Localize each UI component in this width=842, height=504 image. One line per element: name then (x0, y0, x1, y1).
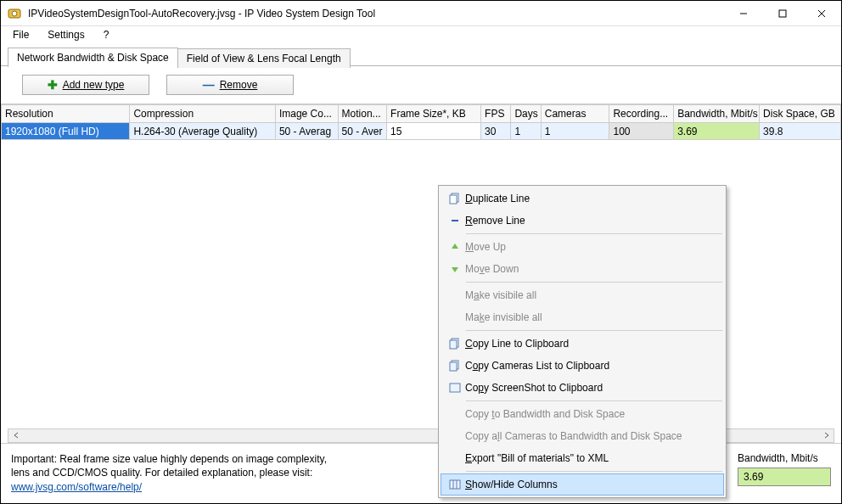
cell-compression[interactable]: H.264-30 (Average Quality) (130, 123, 276, 140)
ctx-make-visible-all[interactable]: Make visibile all (441, 284, 724, 306)
copy-icon (445, 360, 465, 372)
arrow-down-icon (445, 264, 465, 274)
menu-file[interactable]: File (4, 27, 37, 42)
ctx-move-up[interactable]: Move Up (441, 236, 724, 258)
col-diskspace[interactable]: Disk Space, GB (760, 105, 841, 123)
tab-strip: Network Bandwidth & Disk Space Field of … (1, 45, 841, 66)
svg-rect-12 (450, 340, 457, 349)
col-bandwidth[interactable]: Bandwidth, Mbit/s (674, 105, 760, 123)
duplicate-icon (445, 193, 465, 204)
menu-help[interactable]: ? (95, 27, 118, 42)
cell-resolution[interactable]: 1920x1080 (Full HD) (2, 123, 130, 140)
col-cameras[interactable]: Cameras (541, 105, 609, 123)
menu-bar: File Settings ? (1, 26, 841, 43)
cell-motion[interactable]: 50 - Aver (338, 123, 387, 140)
cell-framesize[interactable]: 15 (387, 123, 481, 140)
col-imageco[interactable]: Image Co... (275, 105, 338, 123)
context-menu: Duplicate Line Remove Line Move Up Move … (438, 185, 727, 498)
toolbar: ✚ Add new type — Remove (1, 66, 841, 104)
add-new-type-button[interactable]: ✚ Add new type (22, 75, 149, 95)
cell-recording[interactable]: 100 (609, 123, 674, 140)
svg-rect-15 (450, 384, 460, 392)
scroll-right-button[interactable] (819, 429, 834, 442)
tab-fov[interactable]: Field of View & Lens Focal Length (177, 48, 351, 68)
copy-icon (445, 338, 465, 350)
col-framesize[interactable]: Frame Size*, KB (387, 105, 481, 123)
ctx-copy-to-bw[interactable]: Copy to Bandwidth and Disk Space (441, 403, 724, 425)
ctx-make-invisible-all[interactable]: Make invisible all (441, 306, 724, 328)
remove-button[interactable]: — Remove (166, 75, 294, 95)
minus-icon (445, 216, 465, 226)
ctx-copy-line[interactable]: Copy Line to Clipboard (441, 333, 724, 355)
ctx-move-down[interactable]: Move Down (441, 258, 724, 280)
svg-rect-16 (450, 480, 460, 489)
cell-imageco[interactable]: 50 - Averag (275, 123, 338, 140)
columns-icon (445, 479, 465, 490)
app-icon (8, 7, 21, 20)
arrow-up-icon (445, 242, 465, 252)
scroll-left-button[interactable] (8, 429, 23, 442)
cell-days[interactable]: 1 (511, 123, 541, 140)
cell-cameras[interactable]: 1 (541, 123, 609, 140)
cell-diskspace[interactable]: 39.8 (760, 123, 841, 140)
ctx-export-bom[interactable]: Export "Bill of materials" to XML (441, 447, 724, 469)
ctx-remove-line[interactable]: Remove Line (441, 210, 724, 232)
bandwidth-readout: Bandwidth, Mbit/s 3.69 (738, 452, 831, 486)
col-recording[interactable]: Recording... (609, 105, 674, 123)
cell-fps[interactable]: 30 (481, 123, 511, 140)
readout-value: 3.69 (738, 468, 831, 486)
svg-point-1 (12, 11, 17, 16)
svg-rect-7 (450, 195, 457, 204)
ctx-copy-screenshot[interactable]: Copy ScreenShot to Clipboard (441, 377, 724, 399)
svg-marker-9 (452, 244, 458, 249)
svg-marker-10 (452, 267, 458, 272)
window-title: IPVideoSystemDesignTool-AutoRecovery.jvs… (28, 8, 724, 20)
menu-settings[interactable]: Settings (39, 27, 93, 42)
ctx-copy-all-to-bw[interactable]: Copy all Cameras to Bandwidth and Disk S… (441, 425, 724, 447)
readout-label: Bandwidth, Mbit/s (738, 452, 831, 464)
table-header-row: Resolution Compression Image Co... Motio… (2, 105, 841, 123)
col-fps[interactable]: FPS (481, 105, 511, 123)
plus-icon: ✚ (48, 78, 58, 92)
ctx-show-hide-columns[interactable]: Show/Hide Columns (441, 473, 724, 496)
svg-rect-14 (450, 362, 457, 371)
cell-bandwidth[interactable]: 3.69 (674, 123, 760, 140)
help-link[interactable]: www.jvsg.com/software/help/ (11, 481, 142, 493)
svg-rect-3 (779, 10, 786, 17)
col-resolution[interactable]: Resolution (2, 105, 130, 123)
table-row[interactable]: 1920x1080 (Full HD) H.264-30 (Average Qu… (2, 123, 841, 140)
ctx-duplicate-line[interactable]: Duplicate Line (441, 188, 724, 210)
col-motion[interactable]: Motion... (338, 105, 387, 123)
title-bar: IPVideoSystemDesignTool-AutoRecovery.jvs… (1, 1, 841, 26)
col-days[interactable]: Days (511, 105, 541, 123)
tab-bandwidth[interactable]: Network Bandwidth & Disk Space (8, 48, 178, 67)
maximize-button[interactable] (763, 1, 802, 26)
minimize-button[interactable] (724, 1, 763, 26)
col-compression[interactable]: Compression (130, 105, 276, 123)
ctx-copy-cameras-list[interactable]: Copy Cameras List to Clipboard (441, 355, 724, 377)
minus-icon: — (203, 78, 215, 92)
screenshot-icon (445, 382, 465, 394)
close-button[interactable] (802, 1, 841, 26)
